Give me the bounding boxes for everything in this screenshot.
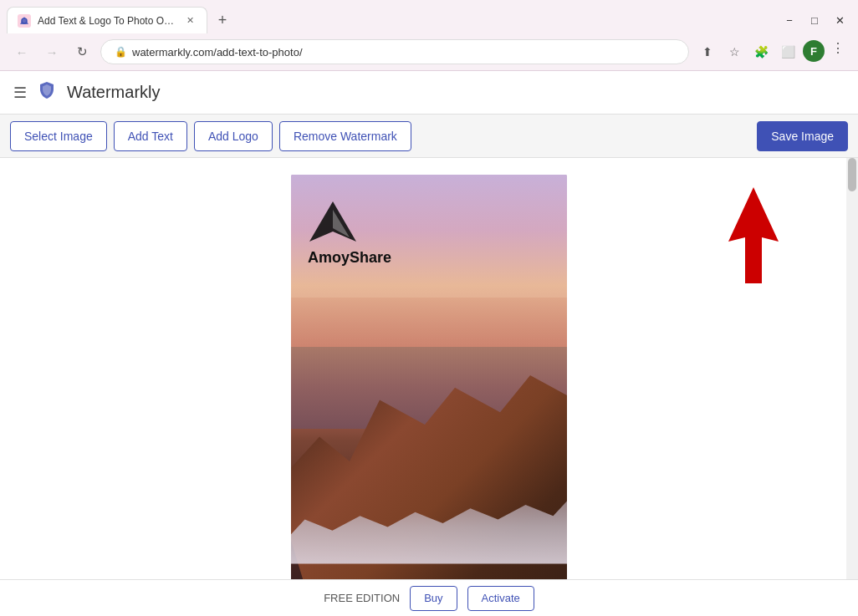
watermark-text: AmoyShare (308, 249, 391, 267)
canvas-area: AmoyShare (0, 158, 858, 579)
arrow-svg (716, 183, 791, 292)
tab-favicon (18, 14, 31, 28)
bookmark-icon[interactable]: ☆ (723, 40, 746, 64)
buy-button[interactable]: Buy (410, 586, 457, 611)
save-image-button[interactable]: Save Image (757, 121, 848, 151)
bottom-bar: FREE EDITION Buy Activate (0, 579, 858, 616)
tab-title: Add Text & Logo To Photo On... (38, 15, 176, 27)
logo-shield-icon (37, 80, 57, 105)
url-text: watermarkly.com/add-text-to-photo/ (132, 46, 303, 59)
share-icon[interactable]: ⬆ (696, 40, 719, 64)
hamburger-menu-icon[interactable]: ☰ (13, 84, 27, 102)
active-tab[interactable]: Add Text & Logo To Photo On... ✕ (7, 7, 207, 33)
window-controls: − □ ✕ (778, 8, 851, 32)
toolbar: Select Image Add Text Add Logo Remove Wa… (0, 115, 858, 158)
browser-menu-button[interactable]: ⋮ (828, 40, 848, 64)
main-content: AmoyShare FREE EDITION Buy Activa (0, 158, 858, 616)
remove-watermark-button[interactable]: Remove Watermark (279, 121, 411, 151)
new-tab-button[interactable]: + (211, 8, 234, 32)
select-image-button[interactable]: Select Image (10, 121, 107, 151)
scrollbar-thumb[interactable] (848, 158, 856, 191)
free-edition-label: FREE EDITION (324, 592, 400, 604)
scrollbar[interactable] (846, 158, 858, 579)
add-text-button[interactable]: Add Text (114, 121, 187, 151)
minimize-button[interactable]: − (778, 8, 801, 32)
svg-marker-5 (728, 187, 779, 283)
image-container: AmoyShare (291, 175, 567, 579)
address-actions: ⬆ ☆ 🧩 ⬜ F ⋮ (696, 40, 848, 64)
lock-icon: 🔒 (115, 46, 127, 58)
watermark-overlay: AmoyShare (308, 200, 391, 267)
red-arrow-annotation (716, 183, 791, 295)
tab-bar: Add Text & Logo To Photo On... ✕ + − □ ✕ (0, 0, 858, 33)
extensions-icon[interactable]: 🧩 (749, 40, 773, 64)
amoyshare-logo-icon (308, 200, 358, 246)
close-button[interactable]: ✕ (828, 8, 851, 32)
add-logo-button[interactable]: Add Logo (194, 121, 273, 151)
activate-button[interactable]: Activate (467, 586, 534, 611)
profile-button[interactable]: F (803, 40, 825, 62)
url-bar[interactable]: 🔒 watermarkly.com/add-text-to-photo/ (100, 39, 689, 64)
back-button[interactable]: ← (10, 40, 33, 64)
app-header: ☰ Watermarkly (0, 71, 858, 115)
sidebar-toggle-icon[interactable]: ⬜ (776, 40, 799, 64)
tab-close-button[interactable]: ✕ (183, 14, 197, 28)
reload-button[interactable]: ↻ (70, 40, 94, 64)
address-bar: ← → ↻ 🔒 watermarkly.com/add-text-to-phot… (0, 33, 858, 70)
maximize-button[interactable]: □ (803, 8, 826, 32)
forward-button[interactable]: → (40, 40, 64, 64)
app-name: Watermarkly (67, 83, 160, 102)
